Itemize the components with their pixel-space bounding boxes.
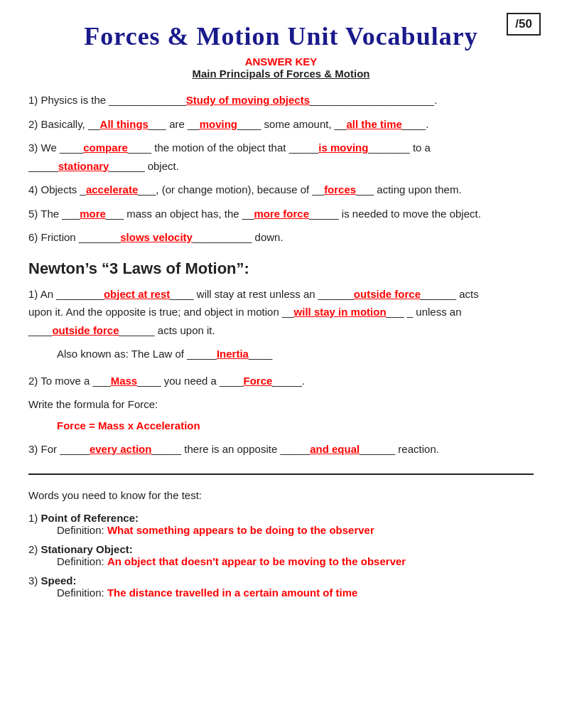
- vocab-2-def-pre: Definition:: [57, 555, 107, 567]
- q3-post: ______ object.: [109, 160, 178, 172]
- q4-mid1: ___, (or change motion), because of __: [138, 183, 324, 196]
- vocab-3-def-pre: Definition:: [57, 587, 107, 599]
- nl1-mid3: ___ _ unless an: [387, 306, 462, 318]
- nl2-write: Write the formula for Force:: [28, 398, 158, 410]
- nl3-pre: 3) For _____: [28, 443, 90, 455]
- q4-post: ___ acting upon them.: [356, 183, 461, 196]
- vocab-1-def: Definition: What something appears to be…: [57, 524, 534, 536]
- vocab-1-term-text: Point of Reference:: [41, 512, 139, 524]
- newton-law-3: 3) For _____every action_____ there is a…: [28, 440, 534, 459]
- vocab-1-num: 1): [28, 512, 41, 524]
- q2-ans3: all the time: [346, 118, 401, 130]
- q4-ans2: forces: [324, 183, 356, 196]
- q2-pre: 2) Basically, __: [28, 118, 100, 130]
- question-4: 4) Objects _accelerate___, (or change mo…: [28, 181, 534, 199]
- vocab-3-term-text: Speed:: [41, 574, 77, 587]
- question-1: 1) Physics is the _____________Study of …: [28, 91, 534, 109]
- vocab-1: 1) Point of Reference: Definition: What …: [28, 512, 534, 536]
- vocab-2-term: 2) Stationary Object:: [28, 543, 534, 555]
- newton-law-1-also: Also known as: The Law of _____Inertia__…: [57, 345, 534, 363]
- nl2-ans2: Force: [243, 375, 272, 387]
- vocab-1-term: 1) Point of Reference:: [28, 512, 534, 524]
- question-5: 5) The ___more___ mass an object has, th…: [28, 205, 534, 223]
- nl3-ans1: every action: [90, 443, 152, 455]
- q3-pre: 3) We ____: [28, 141, 83, 154]
- question-6: 6) Friction _______slows velocity_______…: [28, 228, 534, 247]
- nl1-ans3: will stay in motion: [294, 306, 387, 318]
- nl3-mid: _____ there is an opposite _____: [151, 443, 310, 455]
- q5-mid1: ___ mass an object has, the __: [106, 208, 254, 220]
- nl1-ans4: outside force: [52, 324, 119, 336]
- score-value: /50: [515, 17, 532, 31]
- q2-ans1: All things: [100, 118, 148, 130]
- nl2-ans1: Mass: [111, 375, 138, 387]
- q5-ans2: more force: [254, 208, 309, 220]
- vocab-3-def-text: The distance travelled in a certain amou…: [107, 587, 358, 599]
- nl2-mid: ____ you need a ____: [137, 375, 243, 387]
- q5-post: _____ is needed to move the object.: [309, 208, 481, 220]
- q6-ans: slows velocity: [120, 231, 193, 243]
- q2-ans2: moving: [200, 118, 237, 130]
- vocab-2: 2) Stationary Object: Definition: An obj…: [28, 543, 534, 567]
- q6-pre: 6) Friction _______: [28, 231, 120, 243]
- vocab-1-def-text: What something appears to be doing to th…: [107, 524, 374, 536]
- nl1-pre1: 1) An ________: [28, 288, 104, 300]
- q1-num: 1) Physics is the _____________: [28, 94, 186, 106]
- vocab-2-term-text: Stationary Object:: [41, 543, 133, 555]
- q2-mid1: ___ are __: [148, 118, 200, 130]
- q6-post: __________ down.: [193, 231, 283, 243]
- vocab-3-num: 3): [28, 574, 41, 587]
- nl1-ans1: object at rest: [104, 288, 170, 300]
- vocab-intro: Words you need to know for the test:: [28, 486, 534, 505]
- nl1-line2: upon it. And the opposite is true; and o…: [28, 306, 294, 318]
- q1-answer: Study of moving objects: [186, 94, 310, 106]
- q3-ans3: stationary: [58, 160, 109, 172]
- newton-title: Newton’s “3 Laws of Motion”:: [28, 259, 534, 278]
- nl1-also-post: ____: [249, 348, 272, 360]
- question-3: 3) We ____compare____ the motion of the …: [28, 139, 534, 175]
- newton-law-1: 1) An ________object at rest____ will st…: [28, 285, 534, 340]
- vocab-2-def-text: An object that doesn't appear to be movi…: [107, 555, 406, 567]
- vocab-3-def: Definition: The distance travelled in a …: [57, 587, 534, 599]
- nl1-ans5: Inertia: [217, 348, 249, 360]
- nl3-post: ______ reaction.: [360, 443, 439, 455]
- newton-law-2-write: Write the formula for Force:: [28, 395, 534, 414]
- nl2-pre: 2) To move a ___: [28, 375, 111, 387]
- nl1-mid4: ______ acts upon it.: [119, 324, 215, 336]
- q3-ans2: is moving: [318, 141, 368, 154]
- q4-ans1: accelerate: [86, 183, 138, 196]
- score-box: /50: [507, 13, 541, 36]
- nl1-mid1: ____ will stay at rest unless an ______: [170, 288, 354, 300]
- q5-ans1: more: [80, 208, 106, 220]
- section-divider: [28, 473, 534, 475]
- q3-blank1: _____: [28, 160, 58, 172]
- vocab-1-def-pre: Definition:: [57, 524, 107, 536]
- vocab-3: 3) Speed: Definition: The distance trave…: [28, 574, 534, 599]
- nl1-mid2: ______ acts: [421, 288, 479, 300]
- question-2: 2) Basically, __All things___ are __movi…: [28, 115, 534, 134]
- newton-law-2: 2) To move a ___Mass____ you need a ____…: [28, 372, 534, 390]
- q5-pre: 5) The ___: [28, 208, 80, 220]
- main-title: Forces & Motion Unit Vocabulary: [28, 21, 534, 51]
- subtitle: Main Principals of Forces & Motion: [28, 68, 534, 80]
- nl1-ans2: outside force: [354, 288, 421, 300]
- nl3-ans2: and equal: [310, 443, 360, 455]
- nl1-also-pre: Also known as: The Law of _____: [57, 348, 217, 360]
- nl1-blank: ____: [28, 324, 52, 336]
- vocab-2-num: 2): [28, 543, 41, 555]
- q4-pre: 4) Objects _: [28, 183, 86, 196]
- q3-mid2: _______ to a: [368, 141, 431, 154]
- q3-mid1: ____ the motion of the object that _____: [128, 141, 319, 154]
- answer-key-label: ANSWER KEY: [28, 55, 534, 68]
- vocab-2-def: Definition: An object that doesn't appea…: [57, 555, 534, 567]
- nl2-post: _____.: [272, 375, 305, 387]
- q2-post: ____.: [402, 118, 429, 130]
- vocab-3-term: 3) Speed:: [28, 574, 534, 587]
- q3-ans1: compare: [83, 141, 128, 154]
- q2-mid2: ____ some amount, __: [237, 118, 346, 130]
- newton-formula: Force = Mass x Acceleration: [57, 419, 534, 432]
- q1-post: _____________________.: [310, 94, 437, 106]
